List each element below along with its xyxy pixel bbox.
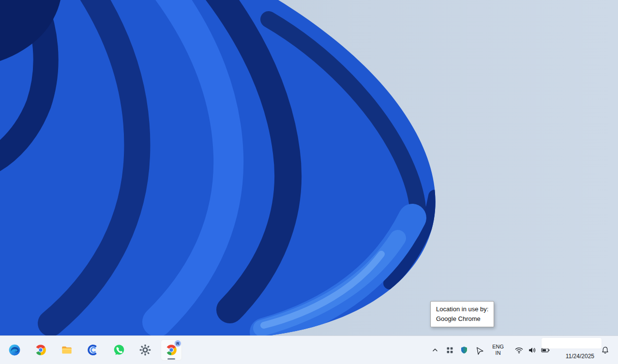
language-line2: IN: [496, 350, 501, 356]
location-tooltip: Location in use by: Google Chrome: [430, 301, 494, 327]
location-tooltip-line1: Location in use by:: [436, 304, 488, 314]
clock-highlight-box: [542, 338, 602, 349]
taskbar-app-blue-c[interactable]: [82, 339, 104, 361]
taskbar: R: [0, 335, 618, 364]
taskbar-app-whatsapp[interactable]: [108, 339, 130, 361]
whatsapp-icon: [113, 344, 125, 356]
tray-show-hidden-icons[interactable]: [428, 340, 442, 360]
taskbar-app-settings[interactable]: [135, 339, 156, 361]
taskbar-app-chrome[interactable]: [30, 339, 51, 361]
location-arrow-icon: [474, 346, 483, 355]
grid-icon: [446, 346, 454, 354]
chrome-icon: [34, 344, 47, 356]
chrome-profile-badge: R: [175, 340, 181, 347]
language-line1: ENG: [492, 344, 504, 350]
location-tooltip-line2: Google Chrome: [436, 314, 488, 324]
edge-icon: [8, 344, 21, 356]
tray-app-grid[interactable]: [443, 340, 456, 360]
chevron-up-icon: [431, 346, 439, 354]
bell-icon: [601, 346, 610, 355]
taskbar-app-chrome-active[interactable]: R: [161, 339, 182, 361]
system-tray: ENG IN: [428, 336, 618, 364]
wifi-icon: [514, 346, 524, 355]
volume-icon: [528, 346, 537, 355]
security-shield-icon: [460, 346, 468, 354]
taskbar-app-file-explorer[interactable]: [56, 339, 77, 361]
language-indicator[interactable]: ENG IN: [488, 340, 508, 360]
blue-c-app-icon: [87, 344, 99, 356]
taskbar-date: 11/24/2025: [566, 353, 594, 360]
file-explorer-icon: [60, 344, 73, 356]
tray-windows-security[interactable]: [457, 340, 471, 360]
active-app-indicator: [167, 358, 175, 360]
taskbar-app-list: R: [0, 339, 182, 361]
tray-location-in-use[interactable]: [472, 340, 486, 360]
desktop: Location in use by: Google Chrome: [0, 0, 618, 364]
taskbar-app-edge[interactable]: [4, 339, 25, 361]
wallpaper-bloom: [0, 0, 618, 364]
settings-gear-icon: [139, 344, 151, 356]
